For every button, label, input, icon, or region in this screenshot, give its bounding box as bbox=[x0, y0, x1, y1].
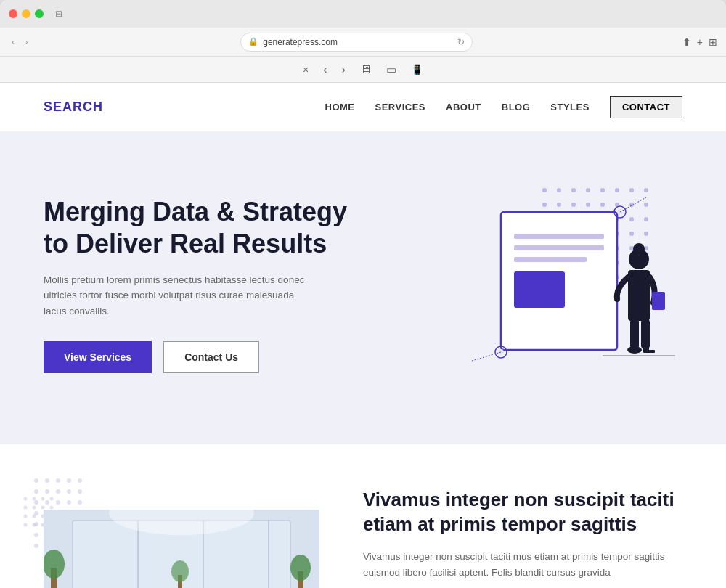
minimize-button[interactable] bbox=[22, 9, 30, 18]
second-section-text: Vivamus integer non suscipit taciti etia… bbox=[363, 481, 682, 581]
tabs-grid-icon[interactable]: ⊞ bbox=[709, 36, 717, 48]
svg-point-124 bbox=[24, 506, 28, 510]
office-svg bbox=[44, 510, 319, 588]
svg-point-23 bbox=[644, 217, 648, 221]
svg-point-2 bbox=[571, 188, 576, 192]
svg-point-128 bbox=[24, 515, 28, 518]
svg-point-148 bbox=[290, 555, 311, 581]
svg-point-8 bbox=[542, 203, 547, 207]
contact-us-button[interactable]: Contact Us bbox=[163, 341, 259, 373]
site-header: SEARCH HOME SERVICES ABOUT BLOG STYLES C… bbox=[0, 83, 726, 132]
svg-point-150 bbox=[171, 560, 189, 582]
svg-point-132 bbox=[24, 523, 28, 527]
address-bar-container: 🔒 generatepress.com ↻ bbox=[37, 33, 677, 52]
hero-title: Merging Data & Strategy to Deliver Real … bbox=[44, 196, 356, 258]
svg-rect-79 bbox=[630, 319, 639, 348]
svg-point-31 bbox=[644, 232, 648, 236]
svg-point-126 bbox=[41, 506, 45, 510]
svg-point-86 bbox=[45, 478, 49, 483]
hero-content: Merging Data & Strategy to Deliver Real … bbox=[44, 196, 356, 372]
browser-toolbar: ‹ › 🔒 generatepress.com ↻ ⬆ + ⊞ bbox=[0, 28, 726, 57]
prev-icon[interactable]: ‹ bbox=[323, 63, 327, 76]
svg-rect-68 bbox=[514, 271, 565, 308]
site-nav: HOME SERVICES ABOUT BLOG STYLES CONTACT bbox=[325, 96, 682, 118]
svg-rect-67 bbox=[514, 257, 587, 262]
nav-home[interactable]: HOME bbox=[325, 102, 355, 113]
svg-point-3 bbox=[586, 188, 590, 192]
nav-contact-button[interactable]: CONTACT bbox=[610, 96, 682, 118]
svg-point-15 bbox=[644, 203, 648, 207]
svg-point-30 bbox=[629, 232, 634, 236]
svg-point-89 bbox=[78, 478, 82, 483]
share-icon[interactable]: ⬆ bbox=[682, 36, 691, 48]
svg-point-10 bbox=[571, 203, 576, 207]
site-logo: SEARCH bbox=[44, 99, 103, 115]
svg-point-0 bbox=[542, 188, 547, 192]
svg-point-125 bbox=[33, 506, 36, 510]
svg-point-85 bbox=[34, 478, 38, 483]
svg-point-9 bbox=[557, 203, 561, 207]
close-button[interactable] bbox=[9, 9, 17, 18]
back-button[interactable]: ‹ bbox=[9, 35, 17, 49]
svg-point-120 bbox=[24, 497, 28, 501]
svg-point-88 bbox=[67, 478, 71, 483]
svg-rect-66 bbox=[514, 245, 604, 250]
browser-window: ⊟ ‹ › 🔒 generatepress.com ↻ ⬆ + ⊞ × ‹ › … bbox=[0, 0, 726, 588]
svg-point-127 bbox=[50, 506, 54, 510]
hero-svg-illustration bbox=[414, 176, 675, 386]
svg-point-6 bbox=[629, 188, 634, 192]
mobile-view-icon[interactable]: 📱 bbox=[411, 64, 423, 75]
viewport-toolbar: × ‹ › 🖥 ▭ 📱 bbox=[0, 57, 726, 83]
nav-controls: ‹ › bbox=[9, 35, 31, 49]
address-bar[interactable]: 🔒 generatepress.com ↻ bbox=[240, 33, 473, 52]
svg-point-76 bbox=[633, 243, 645, 255]
desktop-view-icon[interactable]: 🖥 bbox=[360, 63, 372, 76]
refresh-icon[interactable]: ↻ bbox=[457, 37, 465, 47]
second-title: Vivamus integer non suscipit taciti etia… bbox=[363, 488, 682, 537]
maximize-button[interactable] bbox=[35, 9, 44, 18]
second-section: Vivamus integer non suscipit taciti etia… bbox=[0, 444, 726, 588]
svg-point-22 bbox=[629, 217, 634, 221]
second-section-image-container bbox=[44, 510, 319, 588]
svg-point-122 bbox=[41, 497, 45, 501]
nav-styles[interactable]: STYLES bbox=[550, 102, 590, 113]
office-image bbox=[44, 510, 319, 588]
hero-illustration: // Will be rendered as inline SVG dots bbox=[414, 176, 682, 393]
svg-point-11 bbox=[586, 203, 590, 207]
svg-point-7 bbox=[644, 188, 648, 192]
hero-section: Merging Data & Strategy to Deliver Real … bbox=[0, 132, 726, 444]
svg-point-87 bbox=[56, 478, 60, 483]
traffic-lights bbox=[9, 9, 44, 18]
toolbar-actions: ⬆ + ⊞ bbox=[682, 36, 717, 48]
svg-rect-77 bbox=[628, 270, 650, 321]
svg-point-4 bbox=[600, 188, 605, 192]
svg-point-81 bbox=[627, 346, 642, 354]
svg-point-1 bbox=[557, 188, 561, 192]
close-preview-icon[interactable]: × bbox=[303, 64, 309, 75]
svg-line-73 bbox=[620, 197, 646, 212]
sidebar-toggle-icon[interactable]: ⊟ bbox=[55, 9, 62, 19]
nav-services[interactable]: SERVICES bbox=[375, 102, 426, 113]
browser-titlebar: ⊟ bbox=[0, 0, 726, 28]
add-tab-icon[interactable]: + bbox=[697, 36, 703, 48]
nav-blog[interactable]: BLOG bbox=[502, 102, 531, 113]
svg-point-133 bbox=[33, 523, 36, 527]
next-icon[interactable]: › bbox=[342, 63, 346, 76]
svg-point-12 bbox=[600, 203, 605, 207]
window-controls: ⊟ bbox=[55, 9, 62, 19]
svg-point-5 bbox=[615, 188, 619, 192]
svg-point-123 bbox=[50, 497, 54, 501]
page-content: SEARCH HOME SERVICES ABOUT BLOG STYLES C… bbox=[0, 83, 726, 588]
security-icon: 🔒 bbox=[248, 37, 258, 46]
view-services-button[interactable]: View Services bbox=[44, 341, 152, 373]
hero-buttons: View Services Contact Us bbox=[44, 341, 356, 373]
svg-rect-80 bbox=[641, 319, 650, 348]
svg-point-146 bbox=[44, 550, 65, 579]
nav-about[interactable]: ABOUT bbox=[446, 102, 481, 113]
svg-rect-83 bbox=[646, 350, 655, 353]
second-description: Vivamus integer non suscipit taciti mus … bbox=[363, 549, 682, 581]
tablet-view-icon[interactable]: ▭ bbox=[386, 63, 396, 76]
url-text: generatepress.com bbox=[263, 37, 338, 47]
forward-button[interactable]: › bbox=[22, 35, 30, 49]
svg-point-121 bbox=[33, 497, 36, 501]
